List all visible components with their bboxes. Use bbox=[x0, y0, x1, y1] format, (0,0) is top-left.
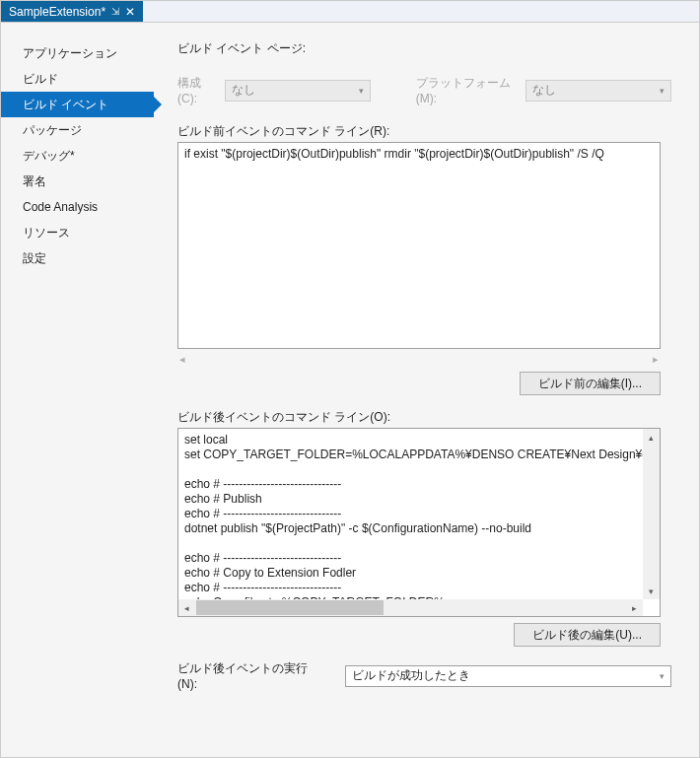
scrollbar-thumb[interactable] bbox=[196, 600, 384, 615]
prebuild-textarea[interactable] bbox=[177, 142, 661, 349]
sidebar-item-code-analysis[interactable]: Code Analysis bbox=[1, 194, 154, 220]
edit-postbuild-button[interactable]: ビルド後の編集(U)... bbox=[514, 623, 661, 647]
edit-prebuild-button[interactable]: ビルド前の編集(I)... bbox=[520, 372, 661, 395]
scroll-left-icon[interactable]: ◂ bbox=[179, 353, 185, 366]
pin-icon[interactable]: ⇲ bbox=[111, 6, 119, 17]
platform-combo[interactable]: なし ▾ bbox=[525, 80, 671, 102]
configuration-combo[interactable]: なし ▾ bbox=[225, 80, 371, 102]
sidebar-item-settings[interactable]: 設定 bbox=[1, 245, 154, 271]
document-tab[interactable]: SampleExtension* ⇲ ✕ bbox=[1, 1, 143, 22]
scrollbar-horizontal[interactable]: ◂ ▸ bbox=[178, 599, 643, 616]
run-postbuild-label: ビルド後イベントの実行(N): bbox=[177, 660, 325, 691]
scroll-down-icon[interactable]: ▾ bbox=[643, 583, 660, 599]
tab-title: SampleExtension* bbox=[9, 5, 105, 19]
chevron-down-icon: ▾ bbox=[359, 86, 364, 96]
sidebar-item-application[interactable]: アプリケーション bbox=[1, 40, 154, 66]
postbuild-label: ビルド後イベントのコマンド ライン(O): bbox=[177, 409, 671, 426]
close-icon[interactable]: ✕ bbox=[125, 5, 135, 19]
sidebar-item-build[interactable]: ビルド bbox=[1, 66, 154, 92]
prebuild-label: ビルド前イベントのコマンド ライン(R): bbox=[177, 123, 671, 140]
sidebar-item-build-events[interactable]: ビルド イベント bbox=[1, 92, 154, 117]
scrollbar-vertical[interactable]: ▴ ▾ bbox=[643, 429, 660, 599]
main-panel: ビルド イベント ページ: 構成(C): なし ▾ プラットフォーム(M): な… bbox=[154, 23, 699, 757]
properties-sidebar: アプリケーション ビルド ビルド イベント パッケージ デバッグ* 署名 Cod… bbox=[1, 23, 154, 757]
postbuild-textarea-wrap: set local set COPY_TARGET_FOLDER=%LOCALA… bbox=[177, 428, 661, 617]
sidebar-item-debug[interactable]: デバッグ* bbox=[1, 143, 154, 169]
configuration-label: 構成(C): bbox=[177, 75, 215, 105]
scrollbar-horizontal-stub[interactable]: ◂ ▸ bbox=[177, 352, 661, 366]
sidebar-item-package[interactable]: パッケージ bbox=[1, 117, 154, 143]
sidebar-item-resources[interactable]: リソース bbox=[1, 220, 154, 245]
chevron-down-icon: ▾ bbox=[660, 86, 665, 96]
tab-strip: SampleExtension* ⇲ ✕ bbox=[1, 1, 699, 23]
scroll-right-icon[interactable]: ▸ bbox=[626, 599, 643, 616]
platform-label: プラットフォーム(M): bbox=[416, 75, 517, 105]
scroll-right-icon[interactable]: ▸ bbox=[653, 353, 659, 366]
sidebar-item-signing[interactable]: 署名 bbox=[1, 169, 154, 194]
postbuild-textarea[interactable]: set local set COPY_TARGET_FOLDER=%LOCALA… bbox=[178, 429, 660, 616]
run-postbuild-combo[interactable]: ビルドが成功したとき ▾ bbox=[345, 665, 671, 687]
chevron-down-icon: ▾ bbox=[660, 671, 665, 681]
scroll-up-icon[interactable]: ▴ bbox=[643, 429, 660, 446]
page-title: ビルド イベント ページ: bbox=[177, 40, 671, 57]
scroll-left-icon[interactable]: ◂ bbox=[178, 599, 195, 616]
